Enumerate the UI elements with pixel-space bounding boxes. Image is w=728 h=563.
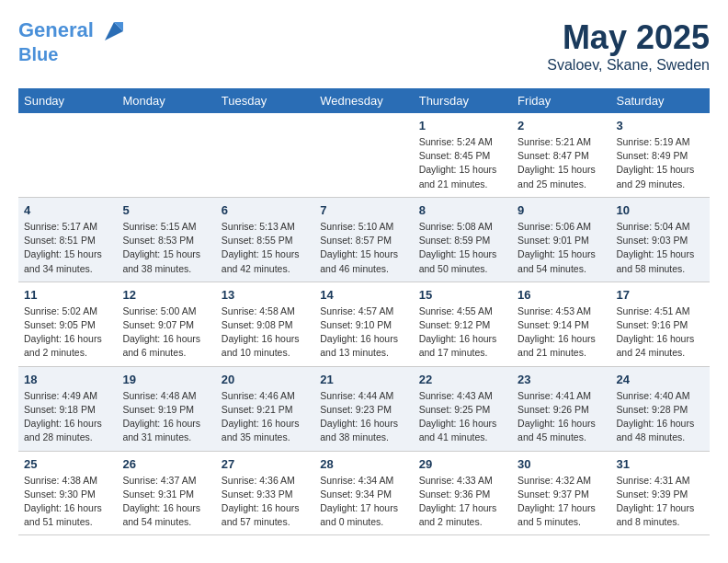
logo-icon	[101, 18, 127, 44]
day-info: Sunrise: 5:08 AM Sunset: 8:59 PM Dayligh…	[419, 220, 506, 276]
calendar-cell: 16Sunrise: 4:53 AM Sunset: 9:14 PM Dayli…	[512, 282, 610, 366]
calendar-cell: 29Sunrise: 4:33 AM Sunset: 9:36 PM Dayli…	[414, 451, 512, 535]
day-number: 26	[122, 457, 210, 471]
day-info: Sunrise: 4:37 AM Sunset: 9:31 PM Dayligh…	[122, 474, 210, 530]
calendar-cell: 19Sunrise: 4:48 AM Sunset: 9:19 PM Dayli…	[117, 366, 215, 451]
day-number: 18	[24, 373, 111, 386]
day-number: 20	[222, 373, 309, 386]
month-title: May 2025	[547, 18, 710, 57]
header-col-saturday: Saturday	[611, 88, 710, 113]
day-info: Sunrise: 4:40 AM Sunset: 9:28 PM Dayligh…	[617, 389, 704, 445]
day-number: 23	[518, 373, 605, 386]
day-number: 28	[320, 457, 407, 471]
day-number: 16	[518, 288, 605, 302]
header-col-tuesday: Tuesday	[216, 88, 314, 113]
calendar-cell: 30Sunrise: 4:32 AM Sunset: 9:37 PM Dayli…	[512, 451, 610, 535]
calendar-cell: 26Sunrise: 4:37 AM Sunset: 9:31 PM Dayli…	[117, 451, 215, 535]
day-number: 6	[222, 203, 309, 217]
day-number: 22	[419, 373, 506, 386]
day-number: 30	[518, 457, 605, 471]
calendar-body: 1Sunrise: 5:24 AM Sunset: 8:45 PM Daylig…	[18, 113, 710, 535]
header-col-monday: Monday	[117, 88, 215, 113]
day-number: 25	[24, 457, 111, 471]
day-info: Sunrise: 4:43 AM Sunset: 9:25 PM Dayligh…	[419, 389, 506, 445]
day-info: Sunrise: 5:17 AM Sunset: 8:51 PM Dayligh…	[24, 220, 111, 276]
day-info: Sunrise: 4:57 AM Sunset: 9:10 PM Dayligh…	[320, 304, 407, 361]
day-info: Sunrise: 4:34 AM Sunset: 9:34 PM Dayligh…	[320, 474, 407, 530]
day-info: Sunrise: 4:53 AM Sunset: 9:14 PM Dayligh…	[518, 304, 605, 361]
calendar-cell: 18Sunrise: 4:49 AM Sunset: 9:18 PM Dayli…	[18, 366, 117, 451]
calendar-cell: 15Sunrise: 4:55 AM Sunset: 9:12 PM Dayli…	[414, 282, 512, 366]
calendar-cell: 24Sunrise: 4:40 AM Sunset: 9:28 PM Dayli…	[611, 366, 710, 451]
day-number: 19	[122, 373, 210, 386]
day-info: Sunrise: 4:49 AM Sunset: 9:18 PM Dayligh…	[24, 389, 111, 445]
calendar-cell: 31Sunrise: 4:31 AM Sunset: 9:39 PM Dayli…	[611, 451, 710, 535]
header-row: SundayMondayTuesdayWednesdayThursdayFrid…	[18, 88, 710, 113]
day-info: Sunrise: 5:06 AM Sunset: 9:01 PM Dayligh…	[518, 220, 605, 276]
day-info: Sunrise: 4:33 AM Sunset: 9:36 PM Dayligh…	[419, 474, 506, 530]
day-number: 13	[222, 288, 309, 302]
calendar-table: SundayMondayTuesdayWednesdayThursdayFrid…	[18, 88, 710, 535]
calendar-cell	[314, 113, 413, 197]
calendar-cell: 27Sunrise: 4:36 AM Sunset: 9:33 PM Dayli…	[216, 451, 314, 535]
day-number: 17	[617, 288, 704, 302]
week-row-0: 1Sunrise: 5:24 AM Sunset: 8:45 PM Daylig…	[18, 113, 710, 197]
day-info: Sunrise: 5:02 AM Sunset: 9:05 PM Dayligh…	[24, 304, 111, 361]
day-number: 10	[617, 203, 704, 217]
header-col-sunday: Sunday	[18, 88, 117, 113]
day-info: Sunrise: 4:41 AM Sunset: 9:26 PM Dayligh…	[518, 389, 605, 445]
calendar-cell: 6Sunrise: 5:13 AM Sunset: 8:55 PM Daylig…	[216, 197, 314, 282]
calendar-cell: 11Sunrise: 5:02 AM Sunset: 9:05 PM Dayli…	[18, 282, 117, 366]
day-info: Sunrise: 5:10 AM Sunset: 8:57 PM Dayligh…	[320, 220, 407, 276]
calendar-cell: 28Sunrise: 4:34 AM Sunset: 9:34 PM Dayli…	[314, 451, 413, 535]
logo-blue: Blue	[18, 44, 127, 64]
calendar-cell: 1Sunrise: 5:24 AM Sunset: 8:45 PM Daylig…	[414, 113, 512, 197]
day-info: Sunrise: 4:31 AM Sunset: 9:39 PM Dayligh…	[617, 474, 704, 530]
calendar-cell	[117, 113, 215, 197]
calendar-cell: 5Sunrise: 5:15 AM Sunset: 8:53 PM Daylig…	[117, 197, 215, 282]
calendar-cell: 2Sunrise: 5:21 AM Sunset: 8:47 PM Daylig…	[512, 113, 610, 197]
day-info: Sunrise: 5:00 AM Sunset: 9:07 PM Dayligh…	[122, 304, 210, 361]
day-info: Sunrise: 5:13 AM Sunset: 8:55 PM Dayligh…	[222, 220, 309, 276]
day-number: 8	[419, 203, 506, 217]
day-info: Sunrise: 4:55 AM Sunset: 9:12 PM Dayligh…	[419, 304, 506, 361]
logo-text: General	[18, 18, 127, 44]
week-row-3: 18Sunrise: 4:49 AM Sunset: 9:18 PM Dayli…	[18, 366, 710, 451]
day-number: 9	[518, 203, 605, 217]
day-number: 14	[320, 288, 407, 302]
calendar-header: SundayMondayTuesdayWednesdayThursdayFrid…	[18, 88, 710, 113]
day-info: Sunrise: 4:46 AM Sunset: 9:21 PM Dayligh…	[222, 389, 309, 445]
day-number: 2	[518, 119, 605, 132]
day-number: 24	[617, 373, 704, 386]
week-row-1: 4Sunrise: 5:17 AM Sunset: 8:51 PM Daylig…	[18, 197, 710, 282]
day-info: Sunrise: 5:19 AM Sunset: 8:49 PM Dayligh…	[617, 135, 704, 191]
day-info: Sunrise: 4:36 AM Sunset: 9:33 PM Dayligh…	[222, 474, 309, 530]
day-number: 29	[419, 457, 506, 471]
calendar-cell	[18, 113, 117, 197]
calendar-cell: 8Sunrise: 5:08 AM Sunset: 8:59 PM Daylig…	[414, 197, 512, 282]
day-info: Sunrise: 4:44 AM Sunset: 9:23 PM Dayligh…	[320, 389, 407, 445]
day-info: Sunrise: 5:21 AM Sunset: 8:47 PM Dayligh…	[518, 135, 605, 191]
day-number: 15	[419, 288, 506, 302]
day-info: Sunrise: 5:15 AM Sunset: 8:53 PM Dayligh…	[122, 220, 210, 276]
day-number: 4	[24, 203, 111, 217]
calendar-cell: 25Sunrise: 4:38 AM Sunset: 9:30 PM Dayli…	[18, 451, 117, 535]
calendar-cell: 10Sunrise: 5:04 AM Sunset: 9:03 PM Dayli…	[611, 197, 710, 282]
day-info: Sunrise: 4:38 AM Sunset: 9:30 PM Dayligh…	[24, 474, 111, 530]
calendar-cell: 21Sunrise: 4:44 AM Sunset: 9:23 PM Dayli…	[314, 366, 413, 451]
calendar-cell: 12Sunrise: 5:00 AM Sunset: 9:07 PM Dayli…	[117, 282, 215, 366]
day-number: 27	[222, 457, 309, 471]
day-number: 5	[122, 203, 210, 217]
calendar-cell: 23Sunrise: 4:41 AM Sunset: 9:26 PM Dayli…	[512, 366, 610, 451]
calendar-cell: 13Sunrise: 4:58 AM Sunset: 9:08 PM Dayli…	[216, 282, 314, 366]
calendar-cell: 3Sunrise: 5:19 AM Sunset: 8:49 PM Daylig…	[611, 113, 710, 197]
day-number: 1	[419, 119, 506, 132]
day-info: Sunrise: 4:48 AM Sunset: 9:19 PM Dayligh…	[122, 389, 210, 445]
header-col-friday: Friday	[512, 88, 610, 113]
calendar-cell: 14Sunrise: 4:57 AM Sunset: 9:10 PM Dayli…	[314, 282, 413, 366]
calendar-cell: 17Sunrise: 4:51 AM Sunset: 9:16 PM Dayli…	[611, 282, 710, 366]
day-number: 11	[24, 288, 111, 302]
day-number: 12	[122, 288, 210, 302]
day-info: Sunrise: 5:24 AM Sunset: 8:45 PM Dayligh…	[419, 135, 506, 191]
calendar-cell: 4Sunrise: 5:17 AM Sunset: 8:51 PM Daylig…	[18, 197, 117, 282]
